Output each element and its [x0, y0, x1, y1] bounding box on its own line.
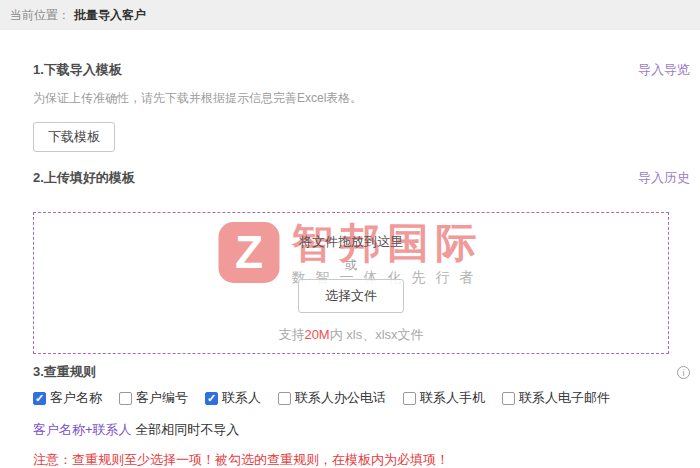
download-hint-text: 为保证上传准确性，请先下载并根据提示信息完善Excel表格。 [33, 90, 690, 107]
upload-section-title: 2.上传填好的模板 [33, 169, 135, 187]
checkbox-customer-name[interactable]: 客户名称 [33, 389, 102, 407]
dropzone-drag-text: 将文件拖放到这里 [299, 233, 403, 251]
checkbox-contact-mobile-box[interactable] [403, 392, 416, 405]
dedupe-combo-note: 客户名称+联系人 全部相同时不导入 [33, 421, 690, 439]
checkbox-customer-code-box[interactable] [119, 392, 132, 405]
download-section-title: 1.下载导入模板 [33, 61, 122, 79]
checkbox-contact-email[interactable]: 联系人电子邮件 [502, 389, 610, 407]
rules-section-header: 3.查重规则 i [33, 363, 690, 381]
checkbox-contact-box[interactable] [205, 392, 218, 405]
checkbox-customer-code[interactable]: 客户编号 [119, 389, 188, 407]
dropzone-support-text: 支持20M内 xls、xlsx文件 [278, 326, 423, 344]
checkbox-contact-office-phone-box[interactable] [278, 392, 291, 405]
breadcrumb: 当前位置： 批量导入客户 [0, 0, 700, 30]
checkbox-contact-mobile[interactable]: 联系人手机 [403, 389, 485, 407]
dropzone-or-text: 或 [345, 257, 357, 274]
checkbox-contact[interactable]: 联系人 [205, 389, 261, 407]
file-size-limit: 20M [304, 327, 329, 342]
import-history-link[interactable]: 导入历史 [638, 169, 690, 187]
file-dropzone[interactable]: Z 智邦国际 数智一体化先行者 将文件拖放到这里 或 选择文件 支持20M内 x… [33, 212, 669, 354]
import-guide-link[interactable]: 导入导览 [638, 61, 690, 79]
rules-section-title: 3.查重规则 [33, 363, 96, 381]
breadcrumb-label: 当前位置： [10, 7, 70, 24]
checkbox-contact-email-box[interactable] [502, 392, 515, 405]
page-title: 批量导入客户 [74, 7, 146, 24]
dedupe-warning-text: 注意：查重规则至少选择一项！被勾选的查重规则，在模板内为必填项！ [33, 451, 690, 468]
choose-file-button[interactable]: 选择文件 [298, 279, 404, 313]
upload-section-header: 2.上传填好的模板 导入历史 [33, 169, 690, 187]
main-content: 1.下载导入模板 导入导览 为保证上传准确性，请先下载并根据提示信息完善Exce… [0, 61, 700, 468]
download-template-button[interactable]: 下载模板 [33, 122, 115, 152]
checkbox-customer-name-box[interactable] [33, 392, 46, 405]
info-icon[interactable]: i [677, 366, 690, 379]
dedupe-combo-fields: 客户名称+联系人 [33, 422, 132, 437]
download-section-header: 1.下载导入模板 导入导览 [33, 61, 690, 79]
dedupe-checkbox-row: 客户名称 客户编号 联系人 联系人办公电话 联系人手机 联系人电子邮件 [33, 389, 690, 407]
checkbox-contact-office-phone[interactable]: 联系人办公电话 [278, 389, 386, 407]
